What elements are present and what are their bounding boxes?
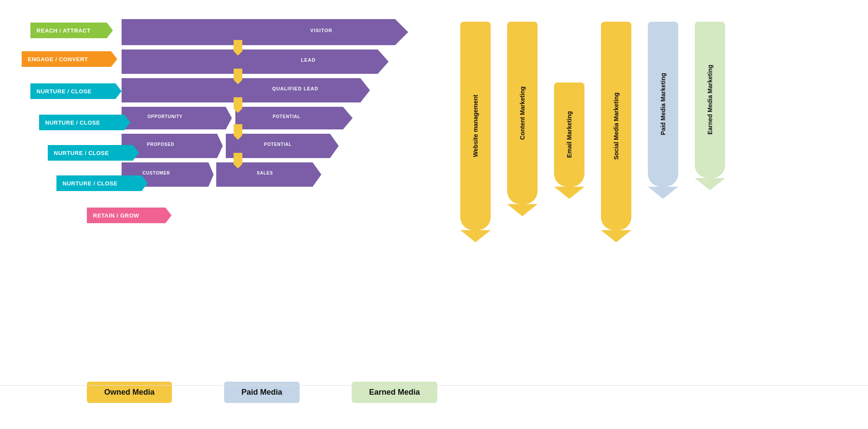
label-visitor: VISITOR bbox=[310, 28, 333, 33]
column-earned-label: Earned Media Marketing bbox=[706, 65, 714, 135]
column-social: Social Media Marketing bbox=[597, 22, 636, 242]
label-lead: LEAD bbox=[301, 57, 316, 63]
column-content-arrow bbox=[507, 204, 538, 216]
column-email-label: Email Marketing bbox=[565, 111, 573, 158]
column-social-arrow bbox=[601, 230, 631, 242]
column-website-wrap: Website management bbox=[460, 22, 491, 242]
stage-retain-grow: RETAIN / GROW bbox=[87, 208, 172, 223]
column-paid-arrow bbox=[648, 187, 678, 199]
stage-nurture-4: NURTURE / CLOSE bbox=[56, 175, 148, 191]
funnel-bar-qualified bbox=[122, 78, 370, 102]
label-potential-1: POTENTIAL bbox=[273, 114, 300, 119]
column-paid-wrap: Paid Media Marketing bbox=[648, 22, 678, 199]
label-opportunity: OPPORTUNITY bbox=[147, 114, 182, 119]
column-content-label: Content Marketing bbox=[518, 86, 526, 140]
column-email-arrow bbox=[554, 187, 584, 199]
label-potential-2: POTENTIAL bbox=[264, 142, 292, 147]
column-website-bar: Website management bbox=[460, 22, 491, 230]
stage-nurture-1: NURTURE / CLOSE bbox=[30, 83, 122, 99]
column-earned-bar: Earned Media Marketing bbox=[695, 22, 725, 178]
column-website-arrow bbox=[460, 230, 491, 242]
column-email: Email Marketing bbox=[550, 22, 589, 199]
column-email-wrap: Email Marketing bbox=[554, 82, 584, 199]
funnel-bar-visitor bbox=[122, 19, 408, 45]
stage-reach-attract: REACH / ATTRACT bbox=[30, 23, 113, 38]
column-earned-wrap: Earned Media Marketing bbox=[695, 22, 725, 190]
funnel-section: REACH / ATTRACT ENGAGE / CONVERT NURTURE… bbox=[17, 13, 430, 416]
funnel-bar-lead bbox=[122, 50, 389, 74]
label-proposed: PROPOSED bbox=[147, 142, 174, 147]
label-qualified: QUALIFIED LEAD bbox=[272, 86, 318, 91]
label-sales: SALES bbox=[257, 171, 273, 175]
label-customer: CUSTOMER bbox=[142, 171, 170, 175]
stage-nurture-3: NURTURE / CLOSE bbox=[48, 145, 139, 161]
column-paid-label: Paid Media Marketing bbox=[659, 73, 667, 135]
column-social-wrap: Social Media Marketing bbox=[601, 22, 631, 242]
column-website-label: Website management bbox=[472, 95, 479, 157]
column-content: Content Marketing bbox=[503, 22, 542, 216]
column-content-bar: Content Marketing bbox=[507, 22, 538, 204]
stage-nurture-2: NURTURE / CLOSE bbox=[39, 115, 130, 130]
column-paid-bar: Paid Media Marketing bbox=[648, 22, 678, 187]
column-social-label: Social Media Marketing bbox=[612, 92, 620, 160]
columns-section: Website management Content Marketing Ema… bbox=[456, 17, 729, 416]
column-website: Website management bbox=[456, 22, 495, 242]
column-content-wrap: Content Marketing bbox=[507, 22, 538, 216]
column-email-bar: Email Marketing bbox=[554, 82, 584, 187]
funnel-wrapper: REACH / ATTRACT ENGAGE / CONVERT NURTURE… bbox=[17, 13, 408, 274]
stage-engage-convert: ENGAGE / CONVERT bbox=[22, 51, 117, 67]
bottom-divider bbox=[0, 385, 868, 386]
column-earned-arrow bbox=[695, 178, 725, 190]
column-earned: Earned Media Marketing bbox=[690, 22, 729, 190]
funnel-svg: VISITOR LEAD QUALIFIED LEAD OPPORTUNITY … bbox=[122, 13, 413, 234]
main-container: REACH / ATTRACT ENGAGE / CONVERT NURTURE… bbox=[0, 0, 868, 429]
column-paid: Paid Media Marketing bbox=[644, 22, 683, 199]
column-social-bar: Social Media Marketing bbox=[601, 22, 631, 230]
